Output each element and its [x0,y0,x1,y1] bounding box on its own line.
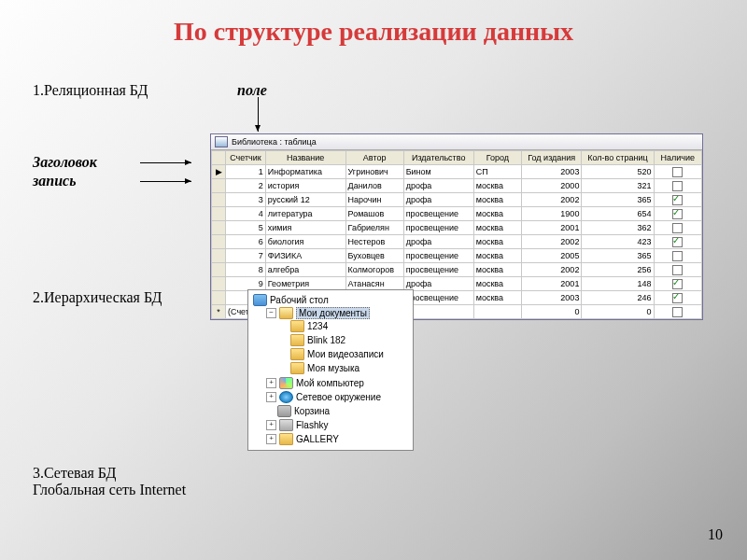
tree-item[interactable]: Моя музыка [279,361,410,375]
table-row[interactable]: 2историяДаниловдрофамосква2000321 [212,179,702,193]
arrow-header [140,162,191,163]
tree-trash[interactable]: Корзина [266,404,410,418]
section-1-label: 1.Реляционная БД [33,82,148,99]
table-row[interactable]: 3русский 12Нарочиндрофамосква2002365 [212,193,702,207]
folder-icon [290,320,304,332]
table-row[interactable]: 8алгебраКолмогоровпросвещениемосква20022… [212,263,702,277]
tree-my-documents[interactable]: −Мои документы 1234Blink 182Мои видеозап… [266,306,410,376]
col-city[interactable]: Город [473,151,521,165]
row-header-corner [212,151,226,165]
desktop-icon [253,294,267,306]
collapse-icon[interactable]: − [266,308,276,318]
page-number: 10 [708,526,723,543]
expand-icon[interactable]: + [266,434,276,444]
table-row[interactable]: 7ФИЗИКАБуховцевпросвещениемосква2005365 [212,249,702,263]
section-3: 3.Сетевая БД Глобальная сеть Internet [33,465,186,498]
tree-network[interactable]: +Сетевое окружение [266,390,410,404]
folder-icon [290,348,304,360]
tree-desktop[interactable]: Рабочий стол −Мои документы 1234Blink 18… [253,293,410,447]
col-year[interactable]: Год издания [522,151,582,165]
tree-item[interactable]: 1234 [279,319,410,333]
table-row[interactable]: ▶1ИнформатикаУгриновичБиномСП2003520 [212,165,702,179]
col-pages[interactable]: Кол-во страниц [582,151,654,165]
slide-title: По структуре реализации данных [0,0,747,47]
expand-icon[interactable]: + [266,378,276,388]
col-publisher[interactable]: Издательство [403,151,473,165]
computer-icon [279,377,293,389]
col-counter[interactable]: Счетчик [226,151,266,165]
section-2-label: 2.Иерархическая БД [33,289,162,306]
col-author[interactable]: Автор [345,151,403,165]
arrow-record [140,181,191,182]
tree-gallery[interactable]: +GALLERY [266,432,410,446]
record-annotation: запись [33,173,76,189]
flash-icon [279,419,293,431]
table-row[interactable]: 6биологияНестеровдрофамосква2002423 [212,235,702,249]
window-titlebar[interactable]: Библиотека : таблица [211,134,702,150]
header-annotation: Заголовок [33,154,97,171]
table-icon [215,136,228,147]
folder-open-icon [279,307,293,319]
tree-my-computer[interactable]: +Мой компьютер [266,376,410,390]
folder-icon [279,433,293,445]
folder-tree[interactable]: Рабочий стол −Мои документы 1234Blink 18… [247,289,414,451]
col-name[interactable]: Название [265,151,345,165]
section-3-sub: Глобальная сеть Internet [33,482,186,498]
window-title-text: Библиотека : таблица [232,137,317,147]
expand-icon[interactable]: + [266,420,276,430]
table-row[interactable]: 5химияГабриелянпросвещениемосква2001362 [212,221,702,235]
network-icon [279,391,293,403]
section-3-label: 3.Сетевая БД [33,465,186,482]
tree-item[interactable]: Мои видеозаписи [279,347,410,361]
arrow-field [258,97,259,132]
expand-icon[interactable]: + [266,392,276,402]
trash-icon [277,405,291,417]
tree-flashky[interactable]: +Flashky [266,418,410,432]
field-annotation: поле [237,82,267,99]
tree-item[interactable]: Blink 182 [279,333,410,347]
folder-icon [290,362,304,374]
col-avail[interactable]: Наличие [654,151,701,165]
table-row[interactable]: 4литератураРомашовпросвещениемосква19006… [212,207,702,221]
folder-icon [290,334,304,346]
